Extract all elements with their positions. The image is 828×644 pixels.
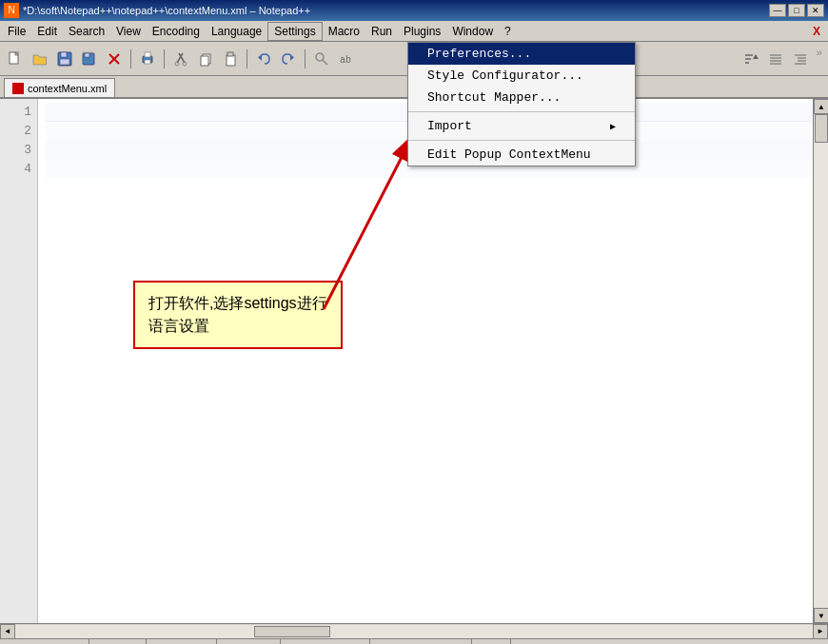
svg-rect-12 [145, 52, 150, 57]
status-sel: Sel : 0 [217, 639, 281, 644]
menu-edit[interactable]: Edit [31, 23, 63, 40]
svg-text:ab: ab [340, 55, 351, 66]
redo-button[interactable] [277, 48, 300, 70]
menu-style-configurator[interactable]: Style Configurator... [408, 65, 635, 87]
annotation-text: 打开软件,选择settings进行语言设置 [148, 295, 327, 334]
toolbar-separator-2 [164, 49, 165, 68]
toolbar-lines-button[interactable] [764, 48, 787, 70]
save-button[interactable] [53, 48, 76, 70]
status-ins: INS [472, 639, 511, 644]
menu-search[interactable]: Search [63, 23, 110, 40]
svg-rect-20 [227, 55, 235, 66]
menu-macro[interactable]: Macro [323, 23, 365, 40]
tab-file-icon [12, 83, 24, 94]
toolbar-separator-4 [305, 49, 306, 68]
replace-button[interactable]: ab [335, 48, 358, 70]
scroll-down-button[interactable]: ▼ [814, 608, 828, 623]
svg-rect-21 [227, 52, 233, 56]
print-button[interactable] [136, 48, 159, 70]
horizontal-scrollbar[interactable]: ◄ ► [0, 623, 828, 638]
status-line-ending: Dos\Windows [281, 639, 370, 644]
app-icon: N [4, 3, 19, 18]
menu-plugins[interactable]: Plugins [398, 23, 446, 40]
scroll-left-button[interactable]: ◄ [0, 624, 15, 639]
title-bar: N *D:\soft\Notepad++\notepad++\contextMe… [0, 0, 828, 21]
line-numbers: 1 2 3 4 [0, 99, 38, 623]
menu-close-x[interactable]: X [807, 23, 826, 40]
vertical-scrollbar[interactable]: ▲ ▼ [813, 99, 828, 623]
status-bar: length : 44 Ln : 4 Col : 10 Sel : 0 Dos\… [0, 638, 828, 644]
maximize-button[interactable]: □ [788, 4, 805, 17]
scroll-up-button[interactable]: ▲ [814, 99, 828, 114]
menu-file[interactable]: File [2, 23, 31, 40]
minimize-button[interactable]: — [769, 4, 786, 17]
window-title: *D:\soft\Notepad++\notepad++\contextMenu… [23, 5, 769, 16]
svg-point-24 [316, 53, 324, 61]
svg-line-25 [323, 60, 327, 65]
line-number-3: 3 [0, 141, 31, 160]
svg-rect-19 [201, 56, 208, 66]
find-button[interactable] [310, 48, 333, 70]
menu-help[interactable]: ? [499, 23, 517, 40]
status-col: Col : 10 [147, 639, 217, 644]
line-number-1: 1 [0, 103, 31, 122]
editor-area: 1 2 3 4 ▲ ▼ [0, 99, 828, 623]
dropdown-separator-1 [408, 111, 635, 112]
h-scroll-thumb[interactable] [254, 626, 330, 637]
menu-encoding[interactable]: Encoding [147, 23, 206, 40]
dropdown-separator-2 [408, 140, 635, 141]
menu-language[interactable]: Language [206, 23, 267, 40]
annotation-box: 打开软件,选择settings进行语言设置 [133, 281, 343, 349]
menu-preferences[interactable]: Preferences... [408, 43, 635, 65]
toolbar-expand[interactable]: » [814, 48, 824, 70]
close-doc-button[interactable] [103, 48, 126, 70]
document-tab[interactable]: contextMenu.xml [4, 78, 115, 97]
menu-shortcut-mapper[interactable]: Shortcut Mapper... [408, 87, 635, 108]
toolbar-separator-1 [130, 49, 131, 68]
status-line: Ln : 4 [89, 639, 148, 644]
paste-button[interactable] [219, 48, 242, 70]
h-scroll-track[interactable] [15, 625, 813, 638]
save-all-button[interactable] [78, 48, 101, 70]
toolbar-indent-button[interactable] [789, 48, 812, 70]
scroll-thumb[interactable] [815, 114, 828, 143]
status-length: length : 44 [0, 639, 89, 644]
menu-run[interactable]: Run [365, 23, 398, 40]
svg-rect-4 [61, 52, 67, 57]
window-controls: — □ ✕ [769, 4, 824, 17]
line-number-4: 4 [0, 160, 31, 179]
submenu-arrow: ▶ [610, 121, 616, 132]
undo-button[interactable] [252, 48, 275, 70]
menu-view[interactable]: View [110, 23, 147, 40]
menu-edit-popup-contextmenu[interactable]: Edit Popup ContextMenu [408, 144, 635, 166]
menu-window[interactable]: Window [446, 23, 499, 40]
svg-rect-13 [145, 60, 150, 64]
svg-rect-5 [60, 59, 69, 65]
tab-label: contextMenu.xml [28, 83, 107, 94]
menu-import[interactable]: Import ▶ [408, 115, 635, 137]
svg-rect-7 [85, 53, 89, 57]
status-encoding: ANSI as UTF-8 [370, 639, 472, 644]
scroll-right-button[interactable]: ► [813, 624, 828, 639]
toolbar-separator-3 [246, 49, 247, 68]
open-button[interactable] [29, 48, 51, 70]
copy-button[interactable] [194, 48, 217, 70]
editor-content[interactable] [38, 99, 828, 623]
menu-settings[interactable]: Settings [267, 22, 322, 41]
new-button[interactable] [4, 48, 27, 70]
line-number-2: 2 [0, 122, 31, 141]
cut-button[interactable] [169, 48, 192, 70]
menu-bar: File Edit Search View Encoding Language … [0, 21, 828, 42]
scroll-track[interactable] [814, 114, 828, 608]
close-button[interactable]: ✕ [807, 4, 824, 17]
settings-dropdown-menu: Preferences... Style Configurator... Sho… [407, 42, 636, 166]
toolbar-sort-button[interactable] [739, 48, 762, 70]
svg-marker-30 [753, 54, 759, 59]
